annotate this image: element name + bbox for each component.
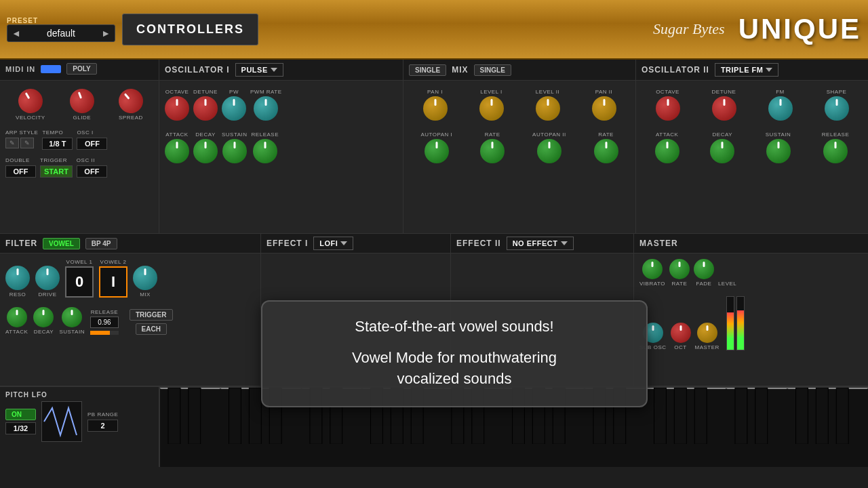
osc1-attack-knob[interactable] bbox=[165, 139, 189, 163]
trigger-group: TRIGGER START bbox=[40, 155, 73, 178]
glide-knob[interactable] bbox=[66, 85, 98, 117]
key-f5[interactable] bbox=[787, 388, 808, 389]
svg-rect-3 bbox=[249, 388, 261, 444]
key-g4[interactable] bbox=[666, 388, 686, 389]
vu-left bbox=[726, 296, 734, 350]
spread-knob[interactable] bbox=[114, 84, 149, 119]
vowel2-display[interactable]: I bbox=[99, 266, 127, 298]
key-a4[interactable] bbox=[686, 388, 707, 389]
rate1-knob[interactable] bbox=[480, 139, 505, 163]
filter-mix-knob[interactable] bbox=[133, 266, 157, 290]
osc2-attack-knob[interactable] bbox=[655, 139, 679, 163]
autopan1-knob[interactable] bbox=[425, 139, 449, 163]
vibrato-knob[interactable] bbox=[642, 259, 663, 279]
key-d5[interactable] bbox=[747, 388, 767, 389]
filter-decay-knob[interactable] bbox=[33, 307, 54, 327]
effect2-type-dropdown[interactable]: NO EFFECT bbox=[507, 237, 574, 250]
release-display[interactable]: 0.96 bbox=[90, 317, 119, 328]
key-c1[interactable] bbox=[160, 388, 180, 389]
tempo-display[interactable]: 1/8 T bbox=[42, 138, 73, 150]
filter-sustain-group: SUSTAIN bbox=[59, 307, 85, 335]
oct-knob[interactable] bbox=[671, 323, 691, 343]
mix-header: SINGLE MIX SINGLE bbox=[403, 60, 636, 80]
trigger-btn[interactable]: TRIGGER bbox=[130, 309, 173, 321]
bottom-ctrl-row: DOUBLE OFF TRIGGER START OSC II OFF bbox=[5, 155, 153, 178]
single1-button[interactable]: SINGLE bbox=[409, 64, 446, 76]
trigger-display[interactable]: START bbox=[40, 165, 73, 178]
osc2-shape-knob[interactable] bbox=[825, 96, 849, 121]
arp-pencil1[interactable]: ✎ bbox=[5, 138, 19, 148]
controllers-button[interactable]: CONTROLLERS bbox=[122, 14, 258, 45]
key-b4[interactable] bbox=[706, 388, 726, 389]
spread-label: SPREAD bbox=[119, 115, 143, 121]
lfo-rate-display[interactable]: 1/32 bbox=[5, 422, 36, 434]
key-g5[interactable] bbox=[808, 388, 828, 389]
single2-button[interactable]: SINGLE bbox=[474, 64, 511, 76]
level1-knob[interactable] bbox=[479, 96, 504, 121]
lfo-on-button[interactable]: ON bbox=[5, 409, 36, 420]
preset-prev-arrow[interactable]: ◄ bbox=[12, 28, 21, 39]
osc2-release-knob[interactable] bbox=[823, 139, 848, 163]
pan1-knob[interactable] bbox=[423, 96, 448, 121]
rate2-knob[interactable] bbox=[594, 139, 618, 163]
poly-button[interactable]: POLY bbox=[66, 63, 96, 75]
velocity-knob[interactable] bbox=[14, 84, 47, 117]
master-knob[interactable] bbox=[697, 323, 717, 343]
arp-pencil2[interactable]: ✎ bbox=[20, 138, 34, 148]
key-b5[interactable] bbox=[848, 388, 868, 389]
osc2-octave-knob[interactable] bbox=[656, 96, 680, 121]
vowel1-display[interactable]: 0 bbox=[65, 266, 94, 298]
osc1-pw-knob[interactable] bbox=[222, 96, 246, 121]
effect1-type-dropdown[interactable]: LOFI bbox=[313, 237, 353, 250]
pb-range-display[interactable]: 2 bbox=[87, 420, 118, 432]
osc2-waveform-dropdown[interactable]: TRIPLE FM bbox=[715, 63, 779, 77]
svg-rect-21 bbox=[755, 388, 768, 444]
key-e5[interactable] bbox=[767, 388, 787, 389]
key-f4[interactable] bbox=[646, 388, 666, 389]
filter-attack-knob[interactable] bbox=[7, 307, 27, 327]
key-c5[interactable] bbox=[726, 388, 747, 389]
osc1-release-knob[interactable] bbox=[253, 139, 277, 163]
key-a5[interactable] bbox=[827, 388, 848, 389]
lfo-shape-display bbox=[41, 401, 82, 442]
osci-display[interactable]: OFF bbox=[77, 138, 107, 150]
spread-knob-group: SPREAD bbox=[119, 89, 143, 121]
key-f1[interactable] bbox=[220, 388, 241, 389]
oscii-display[interactable]: OFF bbox=[77, 165, 107, 178]
master-rate-knob[interactable] bbox=[669, 259, 690, 279]
key-d1[interactable] bbox=[180, 388, 201, 389]
arp-style-group: ARP STYLE ✎ ✎ bbox=[5, 127, 38, 148]
osc1-detune-knob[interactable] bbox=[193, 96, 218, 121]
level2-knob[interactable] bbox=[536, 96, 560, 121]
preset-next-arrow[interactable]: ► bbox=[101, 28, 111, 39]
vu-right-fill bbox=[737, 310, 744, 350]
osc1-octave-knob[interactable] bbox=[165, 96, 189, 121]
drive-knob[interactable] bbox=[35, 266, 60, 290]
osc1-sustain-knob[interactable] bbox=[222, 139, 247, 163]
osc2-dropdown-arrow bbox=[766, 68, 772, 72]
svg-rect-22 bbox=[796, 388, 808, 444]
reso-knob[interactable] bbox=[5, 266, 30, 290]
fade-knob[interactable] bbox=[694, 259, 714, 279]
bp4p-button[interactable]: BP 4P bbox=[85, 238, 117, 249]
osc1-waveform-dropdown[interactable]: PULSE bbox=[235, 63, 283, 77]
glide-label: GLIDE bbox=[73, 115, 92, 121]
key-e1[interactable] bbox=[201, 388, 221, 389]
preset-section: PRESET ◄ default ► bbox=[7, 17, 115, 42]
osc1-pw-group: PW bbox=[222, 89, 246, 121]
osc1-pwmrate-knob[interactable] bbox=[254, 96, 278, 121]
osc1-pwmrate-group: PWM RATE bbox=[250, 89, 282, 121]
key-g1[interactable] bbox=[241, 388, 261, 389]
osc2-fm-knob[interactable] bbox=[768, 96, 793, 121]
osc2-sustain-knob[interactable] bbox=[766, 139, 791, 163]
osc2-decay-knob[interactable] bbox=[710, 139, 734, 163]
pan2-knob[interactable] bbox=[592, 96, 616, 121]
filter-sustain-knob[interactable] bbox=[62, 307, 82, 327]
osc2-detune-knob[interactable] bbox=[712, 96, 736, 121]
vowel-button[interactable]: VOWEL bbox=[43, 238, 80, 249]
each-btn[interactable]: EACH bbox=[136, 323, 167, 335]
osc1-decay-knob[interactable] bbox=[193, 139, 218, 163]
autopan2-knob[interactable] bbox=[537, 139, 561, 163]
double-display[interactable]: OFF bbox=[5, 165, 36, 178]
preset-name-display: default bbox=[24, 28, 98, 39]
